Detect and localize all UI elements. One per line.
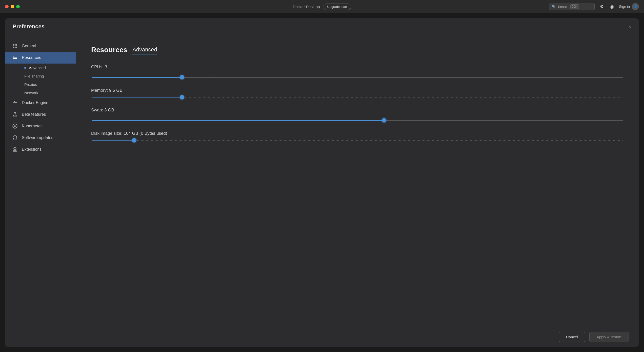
sidebar-item-extensions[interactable]: Extensions	[5, 144, 76, 155]
cancel-button[interactable]: Cancel	[559, 332, 585, 342]
cpus-slider-section: CPUs: 3	[91, 65, 624, 78]
sidebar-subitem-advanced[interactable]: Advanced	[20, 64, 76, 72]
memory-slider-section: Memory: 9.5 GB	[91, 88, 624, 97]
svg-rect-3	[15, 47, 17, 48]
docker-whale-icon	[12, 100, 18, 106]
sidebar-subitem-network-label: Network	[24, 91, 38, 95]
sidebar-item-resources[interactable]: Resources	[5, 52, 76, 64]
sidebar-item-docker-engine[interactable]: Docker Engine	[5, 97, 76, 109]
close-window-button[interactable]: ×	[628, 24, 631, 30]
swap-value: 3 GB	[104, 108, 114, 112]
window-header: Preferences ×	[5, 18, 639, 35]
memory-value: 9.5 GB	[109, 88, 123, 93]
search-label: Search	[558, 5, 568, 9]
flask-icon	[12, 112, 18, 117]
swap-label: Swap: 3 GB	[91, 108, 624, 113]
sidebar-item-kubernetes[interactable]: Kubernetes	[5, 120, 76, 132]
titlebar: Docker Desktop Upgrade plan 🔍 Search ⌘K …	[0, 0, 644, 13]
svg-line-16	[13, 127, 14, 128]
settings-gear-icon[interactable]: ⚙	[599, 3, 605, 10]
content-title: Resources	[91, 46, 127, 54]
window-footer: Cancel Apply & restart	[5, 327, 639, 347]
sidebar-subitem-file-sharing[interactable]: File sharing	[20, 72, 76, 80]
svg-rect-4	[13, 57, 17, 57]
disk-slider-section: Disk image size: 104 GB (0 Bytes used)	[91, 131, 624, 141]
swap-slider-track	[92, 120, 623, 121]
app-title: Docker Desktop	[293, 5, 320, 9]
sidebar-item-docker-engine-label: Docker Engine	[22, 101, 48, 105]
close-traffic-light[interactable]	[5, 5, 9, 8]
sidebar-item-beta-features[interactable]: Beta features	[5, 109, 76, 120]
sidebar-subitems-resources: Advanced File sharing Proxies Network	[5, 64, 76, 97]
grid-icon	[12, 43, 18, 49]
svg-rect-6	[13, 56, 14, 56]
titlebar-center: Docker Desktop Upgrade plan	[293, 4, 351, 10]
sidebar-subitem-file-sharing-label: File sharing	[24, 74, 44, 78]
sidebar-item-kubernetes-label: Kubernetes	[22, 124, 43, 128]
svg-rect-2	[13, 47, 14, 48]
sidebar-item-software-updates[interactable]: Software updates	[5, 132, 76, 144]
content-tab-advanced[interactable]: Advanced	[132, 45, 157, 54]
disk-slider-thumb[interactable]	[132, 138, 136, 143]
cpus-slider-fill	[92, 77, 182, 78]
swap-slider-thumb[interactable]	[382, 118, 386, 123]
titlebar-right: 🔍 Search ⌘K ⚙ ◉ Sign in 👤	[549, 3, 639, 10]
swap-tick-marks	[91, 117, 624, 119]
disk-label: Disk image size: 104 GB (0 Bytes used)	[91, 131, 624, 136]
memory-slider[interactable]	[91, 97, 624, 97]
swap-slider-fill	[92, 120, 384, 121]
svg-point-8	[14, 125, 16, 127]
minimize-traffic-light[interactable]	[11, 5, 14, 8]
window-body: General Resources Advanced	[5, 35, 639, 327]
window-title: Preferences	[13, 23, 45, 30]
disk-slider-track	[92, 140, 623, 141]
cpus-tick-marks	[91, 74, 624, 76]
memory-slider-fill	[92, 97, 182, 97]
titlebar-left	[5, 5, 20, 8]
search-icon: 🔍	[552, 5, 556, 9]
disk-slider-fill	[92, 140, 134, 141]
disk-slider[interactable]	[91, 140, 624, 141]
svg-line-13	[13, 125, 14, 125]
svg-rect-0	[13, 44, 14, 46]
sign-in-label: Sign in	[619, 5, 630, 9]
memory-slider-thumb[interactable]	[180, 95, 184, 100]
svg-line-14	[16, 127, 17, 128]
search-bar[interactable]: 🔍 Search ⌘K	[549, 3, 595, 10]
svg-line-15	[16, 125, 17, 125]
sidebar: General Resources Advanced	[5, 35, 76, 327]
refresh-icon	[12, 135, 18, 141]
sidebar-subitem-proxies-label: Proxies	[24, 82, 37, 87]
memory-slider-track	[92, 97, 623, 97]
upgrade-plan-button[interactable]: Upgrade plan	[323, 4, 351, 10]
sign-in-button[interactable]: Sign in 👤	[619, 3, 639, 10]
sidebar-subitem-advanced-label: Advanced	[29, 66, 46, 70]
preferences-window: Preferences × General	[5, 18, 639, 347]
svg-rect-1	[15, 44, 17, 46]
maximize-traffic-light[interactable]	[16, 5, 20, 8]
cpus-label: CPUs: 3	[91, 65, 624, 70]
cpus-slider[interactable]	[91, 74, 624, 78]
avatar: 👤	[632, 3, 639, 10]
active-indicator	[24, 67, 26, 69]
cpus-value: 3	[105, 65, 107, 69]
swap-slider[interactable]	[91, 117, 624, 121]
sidebar-item-extensions-label: Extensions	[22, 147, 42, 152]
sidebar-item-resources-label: Resources	[22, 55, 41, 60]
cpus-slider-thumb[interactable]	[180, 75, 184, 80]
swap-slider-section: Swap: 3 GB	[91, 108, 624, 121]
sidebar-subitem-proxies[interactable]: Proxies	[20, 80, 76, 89]
sidebar-item-beta-features-label: Beta features	[22, 112, 46, 117]
main-content: Resources Advanced CPUs: 3	[76, 35, 639, 327]
svg-rect-5	[13, 58, 17, 59]
disk-value: 104 GB (0 Bytes used)	[124, 131, 167, 136]
sidebar-item-general[interactable]: General	[5, 40, 76, 52]
preferences-icon[interactable]: ◉	[609, 3, 615, 10]
content-header: Resources Advanced	[91, 45, 624, 54]
apply-restart-button[interactable]: Apply & restart	[589, 332, 629, 342]
memory-label: Memory: 9.5 GB	[91, 88, 624, 93]
kubernetes-icon	[12, 123, 18, 129]
cpus-slider-track	[92, 77, 623, 78]
traffic-lights	[5, 5, 20, 8]
sidebar-subitem-network[interactable]: Network	[20, 89, 76, 97]
